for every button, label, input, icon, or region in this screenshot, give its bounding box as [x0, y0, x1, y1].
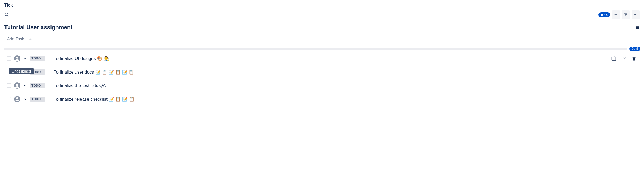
row-actions: ?	[611, 56, 638, 61]
svg-point-8	[635, 14, 636, 15]
add-task-container[interactable]	[4, 34, 640, 44]
task-row[interactable]: Unassigned TODO To finalize user docs 📝 …	[4, 66, 640, 78]
task-checkbox[interactable]	[7, 56, 11, 61]
task-title[interactable]: To finalize the test lists QA	[54, 83, 638, 88]
assignee-avatar[interactable]	[14, 55, 21, 62]
help-icon[interactable]: ?	[623, 56, 626, 61]
task-row[interactable]: TODO To finalize UI designs 🎨 👨‍🎨 ?	[4, 53, 640, 64]
assignee-tooltip: Unassigned	[9, 68, 34, 74]
svg-point-18	[16, 84, 18, 86]
add-button[interactable]	[612, 10, 620, 19]
expand-chevron-icon[interactable]	[23, 57, 27, 60]
delete-section-button[interactable]	[635, 25, 640, 30]
svg-point-20	[16, 97, 18, 99]
task-checkbox[interactable]	[7, 83, 11, 88]
expand-chevron-icon[interactable]	[23, 84, 27, 87]
expand-chevron-icon[interactable]	[23, 97, 27, 101]
assignee-avatar[interactable]	[14, 96, 21, 103]
app-title: Tick	[4, 3, 640, 8]
count-badge: 0 / 4	[598, 12, 610, 17]
more-button[interactable]	[632, 10, 640, 19]
filter-button[interactable]	[622, 10, 630, 19]
search-icon[interactable]	[4, 12, 9, 17]
add-task-input[interactable]	[7, 37, 637, 41]
progress-bar	[4, 48, 627, 50]
delete-task-button[interactable]	[632, 56, 636, 61]
task-row[interactable]: TODO To finalize release checklist 📝 📋 📝…	[4, 93, 640, 105]
task-title[interactable]: To finalize user docs 📝 📋 📝 📋 📝 📋	[54, 69, 638, 75]
status-pill[interactable]: TODO	[30, 83, 45, 88]
svg-point-11	[16, 57, 18, 59]
svg-point-9	[637, 14, 637, 15]
task-title[interactable]: To finalize UI designs 🎨 👨‍🎨	[54, 56, 609, 61]
svg-point-7	[634, 14, 635, 15]
progress-badge: 0 / 4	[629, 47, 640, 51]
task-checkbox[interactable]	[7, 97, 11, 101]
top-actions: 0 / 4	[598, 10, 640, 19]
status-pill[interactable]: TODO	[30, 56, 45, 61]
svg-line-1	[8, 15, 9, 16]
task-title[interactable]: To finalize release checklist 📝 📋 📝 📋	[54, 97, 638, 102]
section-title: Tutorial User assignment	[4, 24, 72, 31]
progress-row: 0 / 4	[4, 48, 640, 50]
calendar-icon[interactable]	[611, 56, 616, 61]
svg-point-0	[5, 13, 8, 16]
section-header: Tutorial User assignment	[4, 24, 640, 31]
task-row[interactable]: TODO To finalize the test lists QA	[4, 80, 640, 91]
assignee-avatar[interactable]	[14, 82, 21, 89]
svg-rect-12	[612, 57, 616, 60]
top-bar: 0 / 4	[4, 10, 640, 19]
status-pill[interactable]: TODO	[30, 97, 45, 102]
